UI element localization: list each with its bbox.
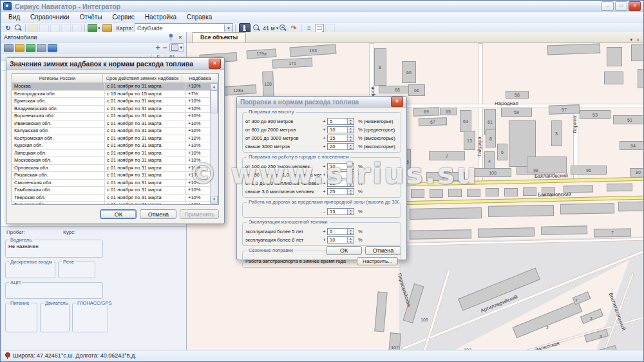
spinner-arrows[interactable]: ▴▾ (347, 127, 354, 133)
spin-down-icon[interactable]: ▾ (348, 175, 354, 178)
globe-green-icon[interactable] (26, 44, 35, 52)
region-row[interactable]: Владимирская обл.с 01 ноября по 31 марта… (12, 106, 218, 113)
scrollbar-thumb[interactable] (211, 90, 218, 113)
dialog-close-icon[interactable]: × (391, 97, 403, 107)
cancel-button[interactable]: Отмена (140, 209, 176, 219)
region-row[interactable]: Москвас 01 ноября по 31 марта+10% (12, 83, 218, 91)
relay-group: Реле (58, 262, 95, 278)
van-icon[interactable] (37, 44, 46, 52)
region-row[interactable]: Липецкая обл.с 01 ноября по 31 марта+10% (12, 150, 218, 158)
region-row[interactable]: Калужская обл.с 01 ноября по 31 марта+10… (12, 128, 218, 135)
region-row[interactable]: Орловская обл.с 01 ноября по 31 марта+10… (12, 165, 218, 173)
minimize-button[interactable]: – (601, 1, 614, 11)
value-spinbox[interactable]: 20▴▾ (327, 180, 354, 187)
scroll-down-icon[interactable]: ▼ (211, 196, 218, 204)
value-spinbox[interactable]: 10▴▾ (327, 236, 354, 243)
table-scrollbar[interactable]: ▲ ▼ (210, 83, 218, 204)
spinner-arrows[interactable]: ▴▾ (347, 119, 354, 124)
chart-icon[interactable] (102, 24, 112, 32)
cancel-button[interactable]: Отмена (365, 246, 401, 255)
menu-item[interactable]: Настройка (140, 14, 182, 21)
device-icon[interactable] (4, 44, 14, 52)
region-row[interactable]: Смоленская обл.с 01 ноября по 31 марта+1… (12, 180, 218, 187)
list-icon[interactable]: ≡ (304, 24, 314, 33)
region-row[interactable]: Воронежская обл.с 01 ноября по 31 марта+… (12, 113, 218, 120)
menu-item[interactable]: Вид (3, 14, 25, 21)
chevron-down-icon[interactable]: ▾ (276, 26, 279, 31)
region-row[interactable]: Тульская обл.с 01 ноября по 31 марта+10% (12, 202, 218, 205)
dialog-close-icon[interactable]: × (209, 59, 221, 69)
menu-item[interactable]: Справка (182, 14, 217, 21)
spin-down-icon[interactable]: ▾ (348, 167, 354, 170)
zoom-in-icon[interactable]: + (279, 24, 287, 32)
brush-icon[interactable] (15, 44, 24, 52)
spinner-arrows[interactable]: ▴▾ (347, 237, 354, 243)
spinner-arrows[interactable]: ▴▾ (347, 164, 354, 169)
value-spinbox[interactable]: 25▴▾ (327, 188, 354, 195)
spinner-arrows[interactable]: ▴▾ (347, 144, 354, 149)
spin-down-icon[interactable]: ▾ (348, 232, 354, 235)
region-row[interactable]: Рязанская обл.с 01 ноября по 31 марта+10… (12, 172, 218, 180)
remove-vehicle-button[interactable]: − (162, 43, 167, 52)
spin-down-icon[interactable]: ▾ (348, 147, 354, 150)
spinner-arrows[interactable]: ▴▾ (347, 172, 354, 178)
spinner-arrows[interactable]: ▴▾ (347, 180, 354, 186)
value-spinbox[interactable]: 15▴▾ (327, 135, 354, 142)
region-row[interactable]: Московская обл.с 01 ноября по 31 марта+1… (12, 157, 218, 165)
menu-item[interactable]: Справочники (25, 14, 75, 21)
spin-down-icon[interactable]: ▾ (348, 192, 354, 195)
pin-icon[interactable] (169, 34, 173, 41)
add-vehicle-button[interactable]: + (155, 43, 160, 52)
spin-down-icon[interactable]: ▾ (348, 130, 354, 133)
chevron-down-icon[interactable]: ▾ (224, 24, 232, 32)
region-row[interactable]: Костромская обл.с 01 ноября по 31 марта+… (12, 135, 218, 143)
region-row[interactable]: Курская обл.с 01 ноября по 31 марта+10% (12, 142, 218, 150)
value-spinbox[interactable]: 10▴▾ (327, 126, 354, 133)
map-provider-combo[interactable]: CityGuide ▾ (135, 23, 233, 33)
apply-button[interactable]: Применить (180, 209, 219, 219)
spinner-arrows[interactable]: ▴▾ (347, 209, 354, 214)
spin-down-icon[interactable]: ▾ (348, 212, 354, 215)
region-row[interactable]: Тамбовская обл.с 01 ноября по 31 марта+1… (12, 187, 218, 195)
panel-close-icon[interactable]: × (177, 34, 184, 41)
region-row[interactable]: Тверская обл.с 01 ноября по 31 марта+10% (12, 195, 218, 202)
view-dropdown[interactable]: ▾ (169, 43, 184, 52)
tab-close-icon[interactable]: × (636, 37, 639, 43)
close-button[interactable]: × (629, 1, 641, 11)
zoom-out-icon[interactable]: – (252, 24, 261, 32)
value-spinbox[interactable]: 10▴▾ (327, 163, 354, 170)
value-spinbox[interactable]: 15▴▾ (327, 171, 354, 178)
vehicle-dropdown-icon[interactable] (88, 24, 97, 32)
refresh-button[interactable]: ↻ (3, 24, 13, 33)
edit-icon[interactable] (28, 24, 38, 33)
tab-all-objects[interactable]: Все объекты (192, 32, 246, 43)
menu-item[interactable]: Отчёты (75, 14, 108, 21)
spin-value: 10 (330, 164, 335, 169)
spinner-arrows[interactable]: ▴▾ (347, 135, 354, 141)
maximize-button[interactable]: □ (615, 1, 627, 11)
region-row[interactable]: Белгородская обл.с 15 ноября по 15 марта… (12, 91, 218, 99)
configure-button[interactable]: Настроить... (357, 257, 398, 265)
spin-down-icon[interactable]: ▾ (348, 122, 354, 125)
region-row[interactable]: Брянская обл.с 01 ноября по 31 марта+10% (12, 98, 218, 106)
value-spinbox[interactable]: 5▴▾ (327, 118, 354, 125)
menu-item[interactable]: Сервис (108, 14, 140, 21)
globe-blue-icon[interactable] (48, 44, 57, 52)
chevron-down-icon[interactable]: ▾ (98, 26, 100, 31)
correction-suffix: % (среднегорье) (358, 127, 395, 133)
tab-dropdown-icon[interactable]: ▾ (630, 37, 632, 43)
search-icon[interactable] (14, 24, 23, 32)
edit-note-icon[interactable] (315, 24, 324, 33)
spinner-arrows[interactable]: ▴▾ (347, 229, 354, 234)
value-spinbox[interactable]: 15▴▾ (327, 208, 354, 215)
spin-down-icon[interactable]: ▾ (348, 138, 354, 142)
spin-down-icon[interactable]: ▾ (348, 240, 354, 243)
ok-button[interactable]: ОК (326, 246, 362, 255)
spin-down-icon[interactable]: ▾ (348, 184, 354, 187)
value-spinbox[interactable]: 5▴▾ (327, 228, 354, 235)
value-spinbox[interactable]: 20▴▾ (327, 143, 354, 150)
route-icon[interactable]: ↷ (289, 24, 298, 33)
spinner-arrows[interactable]: ▴▾ (347, 189, 354, 195)
region-row[interactable]: Ивановская обл.с 01 ноября по 31 марта+1… (12, 120, 218, 128)
ok-button[interactable]: ОК (100, 209, 137, 219)
